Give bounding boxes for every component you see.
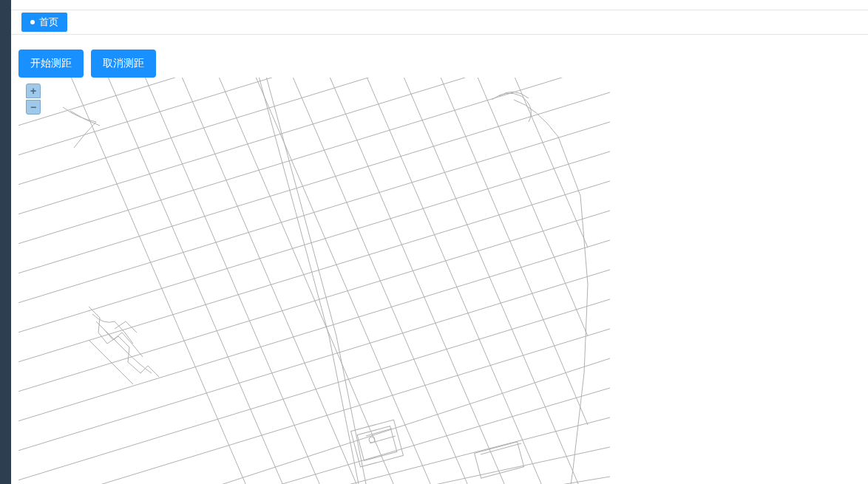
map-svg — [18, 78, 868, 484]
tab-bar: 首页 — [11, 10, 868, 35]
svg-point-37 — [369, 437, 375, 443]
tab-home[interactable]: 首页 — [21, 13, 67, 32]
top-bar — [11, 0, 868, 10]
svg-line-22 — [129, 78, 351, 484]
zoom-controls: + − — [26, 83, 41, 115]
svg-line-29 — [388, 78, 610, 484]
svg-line-17 — [129, 447, 610, 484]
svg-line-26 — [277, 78, 499, 484]
svg-line-10 — [18, 240, 610, 432]
map-canvas[interactable] — [18, 78, 868, 484]
svg-line-5 — [18, 92, 610, 284]
tab-active-dot-icon — [30, 20, 35, 24]
svg-line-30 — [425, 78, 588, 425]
svg-rect-33 — [351, 420, 404, 467]
svg-line-18 — [166, 477, 610, 484]
svg-line-4 — [18, 78, 610, 255]
svg-line-9 — [18, 211, 610, 403]
svg-line-28 — [351, 78, 573, 484]
svg-line-2 — [18, 78, 610, 196]
svg-line-27 — [314, 78, 536, 484]
svg-line-14 — [18, 358, 610, 484]
svg-line-6 — [18, 122, 610, 314]
zoom-in-button[interactable]: + — [26, 83, 41, 98]
cancel-measure-button[interactable]: 取消测距 — [91, 50, 156, 78]
svg-rect-34 — [357, 426, 397, 461]
start-measure-button[interactable]: 开始测距 — [18, 50, 84, 78]
svg-line-25 — [240, 78, 462, 484]
svg-line-20 — [55, 78, 277, 484]
svg-line-23 — [166, 78, 388, 484]
content-area: 开始测距 取消测距 + − — [11, 35, 868, 484]
zoom-out-button[interactable]: − — [26, 100, 41, 115]
svg-line-3 — [18, 78, 610, 225]
svg-line-21 — [92, 78, 314, 484]
sidebar — [0, 0, 11, 484]
svg-line-13 — [18, 329, 610, 484]
svg-line-16 — [92, 417, 610, 484]
tab-home-label: 首页 — [39, 16, 58, 29]
svg-line-15 — [55, 388, 610, 484]
svg-line-8 — [18, 181, 610, 373]
toolbar: 开始测距 取消测距 — [18, 50, 156, 78]
